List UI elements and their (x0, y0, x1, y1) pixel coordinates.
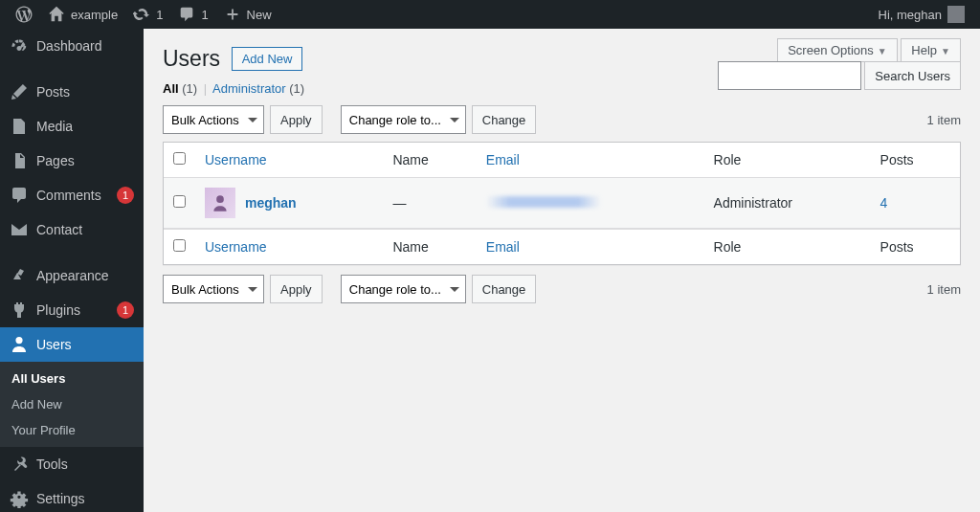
badge: 1 (117, 301, 134, 319)
new-label: New (247, 8, 272, 22)
change-button[interactable]: Change (472, 105, 537, 134)
sidebar-item-posts[interactable]: Posts (0, 75, 144, 109)
media-icon (10, 117, 29, 136)
filter-all[interactable]: All (1) (163, 81, 197, 96)
sidebar-item-pages[interactable]: Pages (0, 144, 144, 178)
comments-icon (10, 186, 29, 205)
chevron-down-icon: ▼ (878, 46, 887, 56)
pages-icon (10, 151, 29, 170)
settings-icon (10, 489, 29, 508)
new-content-link[interactable]: New (216, 0, 279, 29)
sidebar-item-tools[interactable]: Tools (0, 447, 144, 481)
search-input[interactable] (718, 61, 861, 90)
col-name: Name (383, 229, 476, 264)
select-all-checkbox-bottom[interactable] (173, 239, 186, 252)
dashboard-icon (10, 36, 29, 56)
submenu-add-new[interactable]: Add New (0, 391, 144, 417)
apply-button[interactable]: Apply (270, 105, 323, 134)
table-row: meghan — Administrator 4 (164, 178, 960, 229)
col-username[interactable]: Username (205, 239, 267, 255)
update-icon (133, 6, 150, 23)
bulk-actions-select-bottom[interactable]: Bulk Actions (163, 275, 264, 303)
filter-administrator[interactable]: Administrator (1) (212, 81, 304, 96)
users-table: Username Name Email Role Posts meghan — … (163, 142, 961, 265)
sidebar-label: Media (36, 119, 73, 134)
sidebar-item-dashboard[interactable]: Dashboard (0, 29, 144, 63)
sidebar-label: Users (36, 337, 72, 352)
submenu-your-profile[interactable]: Your Profile (0, 417, 144, 443)
page-title: Users (163, 46, 220, 72)
row-checkbox[interactable] (173, 195, 186, 208)
appearance-icon (10, 266, 29, 285)
apply-button-bottom[interactable]: Apply (270, 275, 323, 303)
sidebar-item-media[interactable]: Media (0, 109, 144, 144)
email-redacted (486, 196, 601, 208)
avatar (205, 188, 235, 218)
sidebar-item-users[interactable]: Users (0, 327, 144, 362)
sidebar-item-appearance[interactable]: Appearance (0, 258, 144, 293)
submenu-all-users[interactable]: All Users (0, 366, 144, 391)
email-cell (477, 178, 704, 229)
username-link[interactable]: meghan (245, 195, 297, 211)
admin-bar: example 1 1 New Hi, meghan (0, 0, 980, 29)
comment-icon (178, 6, 195, 23)
sidebar-item-plugins[interactable]: Plugins1 (0, 293, 144, 327)
sidebar-label: Contact (36, 222, 82, 237)
col-username[interactable]: Username (205, 152, 267, 167)
sidebar-item-contact[interactable]: Contact (0, 212, 144, 247)
col-email[interactable]: Email (486, 239, 520, 255)
avatar-icon (947, 6, 965, 23)
plus-icon (224, 6, 241, 23)
col-name: Name (383, 143, 476, 178)
site-home-link[interactable]: example (40, 0, 125, 29)
sidebar-label: Tools (36, 456, 68, 472)
name-cell: — (383, 178, 476, 229)
chevron-down-icon: ▼ (941, 46, 950, 56)
site-name: example (71, 8, 118, 22)
tools-icon (10, 455, 29, 474)
users-icon (10, 335, 29, 354)
admin-sidebar: Dashboard Posts Media Pages Comments1 Co… (0, 29, 144, 512)
updates-link[interactable]: 1 (125, 0, 170, 29)
sidebar-item-settings[interactable]: Settings (0, 481, 144, 512)
updates-count: 1 (156, 8, 163, 22)
sidebar-label: Appearance (36, 268, 109, 283)
comments-link[interactable]: 1 (170, 0, 215, 29)
select-all-checkbox[interactable] (173, 152, 186, 165)
sidebar-item-comments[interactable]: Comments1 (0, 178, 144, 212)
users-submenu: All Users Add New Your Profile (0, 362, 144, 447)
badge: 1 (117, 187, 134, 204)
wp-logo[interactable] (8, 0, 40, 29)
search-users-button[interactable]: Search Users (864, 61, 961, 90)
col-posts: Posts (871, 229, 960, 264)
change-role-select-bottom[interactable]: Change role to... (341, 275, 466, 303)
change-role-select[interactable]: Change role to... (341, 105, 466, 134)
col-posts: Posts (871, 143, 960, 178)
bulk-actions-select[interactable]: Bulk Actions (163, 105, 264, 134)
wordpress-icon (15, 6, 33, 23)
comments-count: 1 (201, 8, 208, 22)
help-button[interactable]: Help▼ (901, 38, 961, 62)
sidebar-label: Settings (36, 491, 85, 506)
role-cell: Administrator (704, 178, 871, 229)
posts-link[interactable]: 4 (880, 195, 888, 211)
home-icon (48, 6, 65, 23)
greeting: Hi, meghan (879, 8, 942, 22)
add-new-button[interactable]: Add New (232, 47, 303, 71)
contact-icon (10, 220, 29, 239)
sidebar-label: Dashboard (36, 38, 102, 54)
item-count-bottom: 1 item (927, 282, 961, 297)
main-content: Screen Options▼ Help▼ Users Add New All … (144, 29, 980, 512)
plugins-icon (10, 301, 29, 320)
sidebar-label: Pages (36, 153, 75, 168)
screen-options-button[interactable]: Screen Options▼ (777, 38, 898, 62)
col-role: Role (704, 143, 871, 178)
sidebar-label: Comments (36, 188, 101, 203)
sidebar-label: Posts (36, 84, 70, 100)
col-email[interactable]: Email (486, 152, 520, 167)
account-link[interactable]: Hi, meghan (871, 0, 972, 29)
posts-icon (10, 82, 29, 101)
change-button-bottom[interactable]: Change (472, 275, 537, 303)
sidebar-label: Plugins (36, 302, 80, 318)
col-role: Role (704, 229, 871, 264)
